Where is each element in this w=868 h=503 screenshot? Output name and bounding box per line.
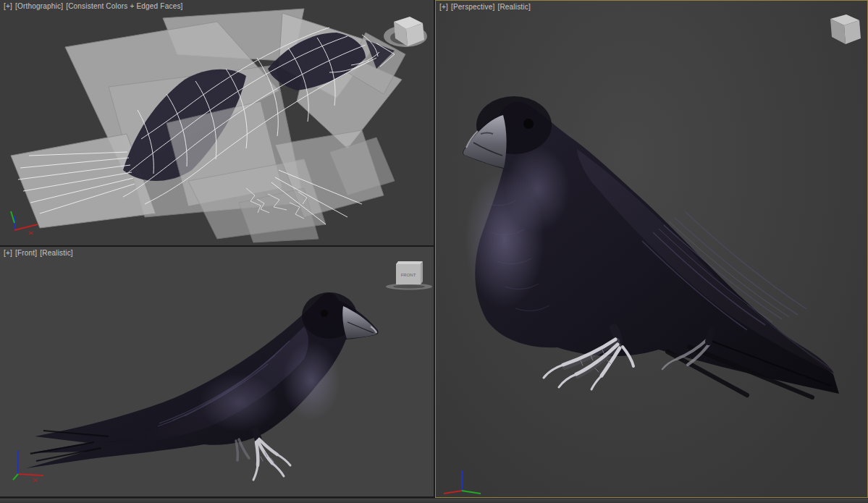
track-bar-strip[interactable] bbox=[0, 498, 868, 503]
viewport-perspective[interactable]: [+][Perspective][Realistic] bbox=[435, 0, 868, 498]
crow-model-shaded[interactable] bbox=[463, 96, 839, 397]
viewport-front[interactable]: [+][Front][Realistic] bbox=[0, 247, 434, 496]
crow-model-wireframe[interactable] bbox=[11, 9, 405, 242]
wing-sheen bbox=[199, 373, 279, 431]
front-canvas: FRONT bbox=[0, 247, 434, 496]
viewport-shading-menu[interactable]: [Realistic] bbox=[497, 3, 531, 11]
viewport-label: [+][Orthographic][Consistent Colors + Ed… bbox=[4, 2, 186, 10]
viewport-orthographic[interactable]: [+][Orthographic][Consistent Colors + Ed… bbox=[0, 0, 434, 245]
breast-sheen bbox=[282, 341, 340, 420]
viewport-general-menu[interactable]: [+] bbox=[439, 3, 448, 11]
crow-eye bbox=[523, 119, 534, 129]
viewport-general-menu[interactable]: [+] bbox=[4, 2, 12, 10]
orthographic-canvas bbox=[0, 0, 434, 245]
crow-eye bbox=[321, 310, 328, 317]
viewcube[interactable]: FRONT bbox=[386, 261, 432, 290]
viewport-pov-menu[interactable]: [Perspective] bbox=[451, 3, 494, 11]
neck-sheen bbox=[505, 145, 570, 232]
viewport-pov-menu[interactable]: [Front] bbox=[15, 249, 37, 257]
perspective-canvas bbox=[436, 1, 867, 497]
viewport-general-menu[interactable]: [+] bbox=[4, 249, 12, 257]
viewcube[interactable] bbox=[384, 17, 427, 47]
world-axis-tripod bbox=[13, 451, 43, 482]
viewcube[interactable] bbox=[830, 14, 861, 44]
crow-model-shaded[interactable] bbox=[26, 292, 378, 480]
viewport-pov-menu[interactable]: [Orthographic] bbox=[15, 2, 63, 10]
viewport-shading-menu[interactable]: [Consistent Colors + Edged Faces] bbox=[66, 2, 182, 10]
world-axis-tripod bbox=[11, 211, 38, 234]
viewport-shading-menu[interactable]: [Realistic] bbox=[40, 249, 73, 257]
viewport-label: [+][Front][Realistic] bbox=[4, 249, 76, 257]
world-axis-tripod bbox=[444, 470, 481, 494]
viewport-label: [+][Perspective][Realistic] bbox=[439, 3, 534, 11]
viewcube-front-face-label: FRONT bbox=[401, 273, 416, 277]
